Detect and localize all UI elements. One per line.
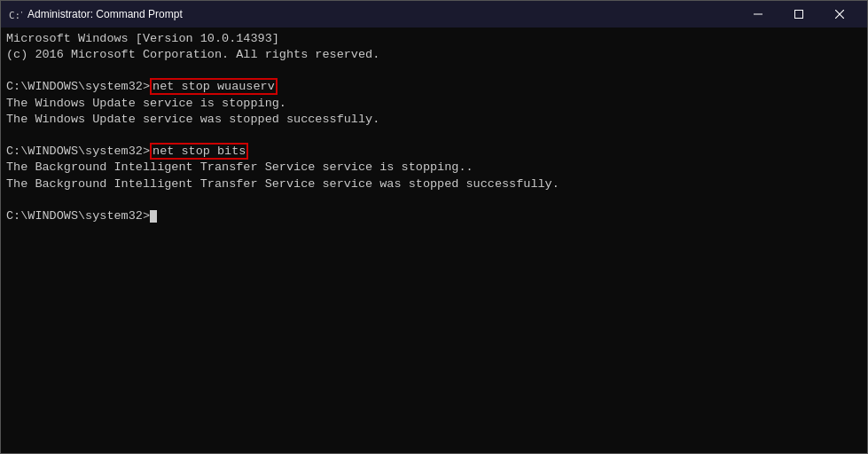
- title-bar: C:\ Administrator: Command Prompt: [1, 1, 867, 27]
- console-line: The Background Intelligent Transfer Serv…: [6, 160, 862, 176]
- prompt: C:\WINDOWS\system32>: [6, 209, 150, 223]
- console-line: The Windows Update service was stopped s…: [6, 112, 862, 128]
- console-empty-line: [6, 192, 862, 208]
- console-line: (c) 2016 Microsoft Corporation. All righ…: [6, 47, 862, 63]
- console-line: The Windows Update service is stopping.: [6, 96, 862, 112]
- cmd-window: C:\ Administrator: Command Prompt: [0, 0, 868, 454]
- prompt: C:\WINDOWS\system32>: [6, 80, 150, 93]
- cmd-icon: C:\: [8, 7, 22, 21]
- highlighted-command-2: net stop bits: [150, 143, 248, 160]
- maximize-button[interactable]: [778, 1, 819, 27]
- console-line-cmd2: C:\WINDOWS\system32>net stop bits: [6, 144, 862, 160]
- cursor-blink: [150, 210, 157, 223]
- console-line: The Background Intelligent Transfer Serv…: [6, 176, 862, 192]
- close-button[interactable]: [819, 1, 860, 27]
- window-title: Administrator: Command Prompt: [27, 8, 738, 20]
- console-empty-line: [6, 128, 862, 144]
- console-prompt-line: C:\WINDOWS\system32>: [6, 208, 862, 224]
- window-controls: [738, 1, 860, 27]
- prompt: C:\WINDOWS\system32>: [6, 145, 150, 158]
- console-output[interactable]: Microsoft Windows [Version 10.0.14393] (…: [1, 27, 867, 453]
- highlighted-command-1: net stop wuauserv: [150, 78, 278, 95]
- svg-text:C:\: C:\: [9, 10, 22, 21]
- console-empty-line: [6, 63, 862, 79]
- minimize-button[interactable]: [738, 1, 778, 27]
- console-line-cmd1: C:\WINDOWS\system32>net stop wuauserv: [6, 79, 862, 95]
- svg-rect-3: [795, 11, 803, 19]
- console-line: Microsoft Windows [Version 10.0.14393]: [6, 31, 862, 47]
- svg-rect-2: [754, 14, 762, 15]
